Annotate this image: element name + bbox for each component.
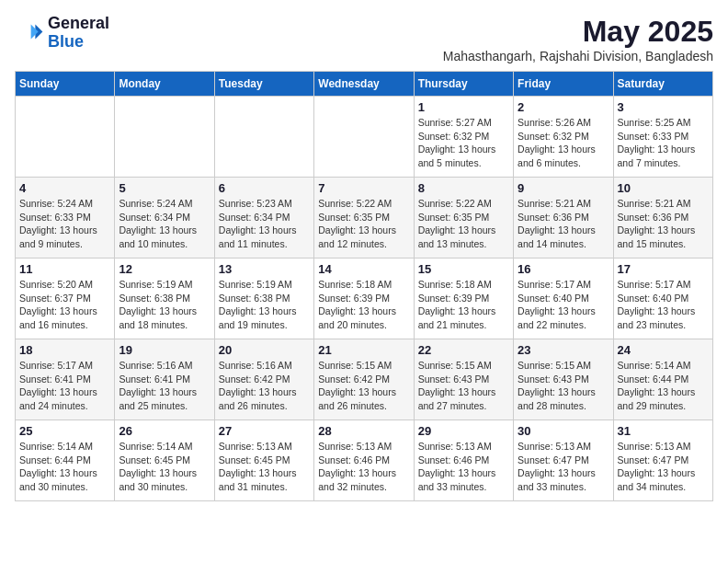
- page-header: General Blue May 2025 Mahasthangarh, Raj…: [15, 15, 713, 63]
- calendar-header-row: SundayMondayTuesdayWednesdayThursdayFrid…: [16, 72, 713, 97]
- calendar-cell: 13Sunrise: 5:19 AM Sunset: 6:38 PM Dayli…: [214, 259, 313, 339]
- day-number: 4: [19, 181, 110, 195]
- day-number: 28: [318, 424, 409, 438]
- day-info: Sunrise: 5:17 AM Sunset: 6:41 PM Dayligh…: [19, 359, 110, 413]
- day-info: Sunrise: 5:22 AM Sunset: 6:35 PM Dayligh…: [418, 197, 509, 251]
- day-number: 8: [418, 181, 509, 195]
- day-number: 26: [119, 424, 210, 438]
- day-info: Sunrise: 5:20 AM Sunset: 6:37 PM Dayligh…: [19, 278, 110, 332]
- day-number: 5: [119, 181, 210, 195]
- calendar-cell: 6Sunrise: 5:23 AM Sunset: 6:34 PM Daylig…: [214, 178, 313, 259]
- day-number: 29: [418, 424, 509, 438]
- calendar-cell: 23Sunrise: 5:15 AM Sunset: 6:43 PM Dayli…: [514, 339, 613, 420]
- day-info: Sunrise: 5:22 AM Sunset: 6:35 PM Dayligh…: [318, 197, 409, 251]
- day-number: 10: [618, 181, 709, 195]
- calendar-cell: 4Sunrise: 5:24 AM Sunset: 6:33 PM Daylig…: [16, 178, 115, 259]
- calendar-week-1: 1Sunrise: 5:27 AM Sunset: 6:32 PM Daylig…: [16, 97, 713, 178]
- calendar-cell: [314, 97, 414, 178]
- calendar-cell: 1Sunrise: 5:27 AM Sunset: 6:32 PM Daylig…: [414, 97, 513, 178]
- day-info: Sunrise: 5:13 AM Sunset: 6:45 PM Dayligh…: [219, 440, 310, 494]
- day-info: Sunrise: 5:16 AM Sunset: 6:41 PM Dayligh…: [119, 359, 210, 413]
- calendar-cell: 29Sunrise: 5:13 AM Sunset: 6:46 PM Dayli…: [414, 420, 513, 501]
- day-number: 20: [219, 343, 310, 357]
- calendar-cell: 11Sunrise: 5:20 AM Sunset: 6:37 PM Dayli…: [16, 259, 115, 339]
- calendar-cell: 10Sunrise: 5:21 AM Sunset: 6:36 PM Dayli…: [613, 178, 712, 259]
- logo-general-text: General: [48, 15, 109, 33]
- calendar-cell: 5Sunrise: 5:24 AM Sunset: 6:34 PM Daylig…: [115, 178, 214, 259]
- title-block: May 2025 Mahasthangarh, Rajshahi Divisio…: [443, 15, 713, 63]
- day-number: 31: [618, 424, 709, 438]
- day-info: Sunrise: 5:26 AM Sunset: 6:32 PM Dayligh…: [518, 116, 609, 170]
- calendar-cell: 7Sunrise: 5:22 AM Sunset: 6:35 PM Daylig…: [314, 178, 414, 259]
- day-info: Sunrise: 5:13 AM Sunset: 6:46 PM Dayligh…: [318, 440, 409, 494]
- calendar-cell: 25Sunrise: 5:14 AM Sunset: 6:44 PM Dayli…: [16, 420, 115, 501]
- day-number: 25: [19, 424, 110, 438]
- day-info: Sunrise: 5:21 AM Sunset: 6:36 PM Dayligh…: [518, 197, 609, 251]
- calendar-cell: 14Sunrise: 5:18 AM Sunset: 6:39 PM Dayli…: [314, 259, 414, 339]
- day-info: Sunrise: 5:13 AM Sunset: 6:47 PM Dayligh…: [618, 440, 709, 494]
- calendar-cell: 17Sunrise: 5:17 AM Sunset: 6:40 PM Dayli…: [613, 259, 712, 339]
- calendar-cell: 2Sunrise: 5:26 AM Sunset: 6:32 PM Daylig…: [514, 97, 613, 178]
- calendar-cell: 18Sunrise: 5:17 AM Sunset: 6:41 PM Dayli…: [16, 339, 115, 420]
- day-info: Sunrise: 5:21 AM Sunset: 6:36 PM Dayligh…: [618, 197, 709, 251]
- day-number: 6: [219, 181, 310, 195]
- day-info: Sunrise: 5:24 AM Sunset: 6:33 PM Dayligh…: [19, 197, 110, 251]
- day-number: 7: [318, 181, 409, 195]
- calendar-cell: [115, 97, 214, 178]
- logo-blue-text: Blue: [48, 33, 109, 52]
- day-number: 21: [318, 343, 409, 357]
- day-number: 16: [518, 262, 609, 276]
- calendar-cell: 8Sunrise: 5:22 AM Sunset: 6:35 PM Daylig…: [414, 178, 513, 259]
- day-number: 30: [518, 424, 609, 438]
- day-info: Sunrise: 5:15 AM Sunset: 6:42 PM Dayligh…: [318, 359, 409, 413]
- day-header-friday: Friday: [514, 72, 613, 97]
- calendar-cell: 22Sunrise: 5:15 AM Sunset: 6:43 PM Dayli…: [414, 339, 513, 420]
- day-header-tuesday: Tuesday: [214, 72, 313, 97]
- day-header-monday: Monday: [115, 72, 214, 97]
- day-info: Sunrise: 5:18 AM Sunset: 6:39 PM Dayligh…: [418, 278, 509, 332]
- day-info: Sunrise: 5:25 AM Sunset: 6:33 PM Dayligh…: [618, 116, 709, 170]
- calendar-table: SundayMondayTuesdayWednesdayThursdayFrid…: [15, 71, 713, 501]
- day-info: Sunrise: 5:19 AM Sunset: 6:38 PM Dayligh…: [119, 278, 210, 332]
- calendar-cell: 21Sunrise: 5:15 AM Sunset: 6:42 PM Dayli…: [314, 339, 414, 420]
- day-number: 24: [618, 343, 709, 357]
- day-info: Sunrise: 5:14 AM Sunset: 6:44 PM Dayligh…: [618, 359, 709, 413]
- day-header-sunday: Sunday: [16, 72, 115, 97]
- day-info: Sunrise: 5:19 AM Sunset: 6:38 PM Dayligh…: [219, 278, 310, 332]
- day-number: 27: [219, 424, 310, 438]
- day-number: 17: [618, 262, 709, 276]
- calendar-week-4: 18Sunrise: 5:17 AM Sunset: 6:41 PM Dayli…: [16, 339, 713, 420]
- day-number: 14: [318, 262, 409, 276]
- calendar-cell: 28Sunrise: 5:13 AM Sunset: 6:46 PM Dayli…: [314, 420, 414, 501]
- day-info: Sunrise: 5:15 AM Sunset: 6:43 PM Dayligh…: [418, 359, 509, 413]
- calendar-cell: [16, 97, 115, 178]
- calendar-cell: 20Sunrise: 5:16 AM Sunset: 6:42 PM Dayli…: [214, 339, 313, 420]
- calendar-cell: 30Sunrise: 5:13 AM Sunset: 6:47 PM Dayli…: [514, 420, 613, 501]
- day-info: Sunrise: 5:13 AM Sunset: 6:46 PM Dayligh…: [418, 440, 509, 494]
- day-info: Sunrise: 5:17 AM Sunset: 6:40 PM Dayligh…: [618, 278, 709, 332]
- day-info: Sunrise: 5:16 AM Sunset: 6:42 PM Dayligh…: [219, 359, 310, 413]
- calendar-cell: [214, 97, 313, 178]
- day-info: Sunrise: 5:14 AM Sunset: 6:44 PM Dayligh…: [19, 440, 110, 494]
- calendar-cell: 12Sunrise: 5:19 AM Sunset: 6:38 PM Dayli…: [115, 259, 214, 339]
- day-number: 3: [618, 100, 709, 114]
- calendar-cell: 24Sunrise: 5:14 AM Sunset: 6:44 PM Dayli…: [613, 339, 712, 420]
- calendar-cell: 15Sunrise: 5:18 AM Sunset: 6:39 PM Dayli…: [414, 259, 513, 339]
- location-subtitle: Mahasthangarh, Rajshahi Division, Bangla…: [443, 49, 713, 63]
- calendar-cell: 27Sunrise: 5:13 AM Sunset: 6:45 PM Dayli…: [214, 420, 313, 501]
- day-number: 18: [19, 343, 110, 357]
- day-number: 9: [518, 181, 609, 195]
- day-number: 11: [19, 262, 110, 276]
- day-info: Sunrise: 5:13 AM Sunset: 6:47 PM Dayligh…: [518, 440, 609, 494]
- calendar-body: 1Sunrise: 5:27 AM Sunset: 6:32 PM Daylig…: [16, 97, 713, 501]
- calendar-cell: 31Sunrise: 5:13 AM Sunset: 6:47 PM Dayli…: [613, 420, 712, 501]
- day-header-wednesday: Wednesday: [314, 72, 414, 97]
- day-header-thursday: Thursday: [414, 72, 513, 97]
- day-number: 13: [219, 262, 310, 276]
- day-number: 2: [518, 100, 609, 114]
- day-number: 12: [119, 262, 210, 276]
- day-number: 15: [418, 262, 509, 276]
- day-info: Sunrise: 5:14 AM Sunset: 6:45 PM Dayligh…: [119, 440, 210, 494]
- day-info: Sunrise: 5:24 AM Sunset: 6:34 PM Dayligh…: [119, 197, 210, 251]
- calendar-cell: 26Sunrise: 5:14 AM Sunset: 6:45 PM Dayli…: [115, 420, 214, 501]
